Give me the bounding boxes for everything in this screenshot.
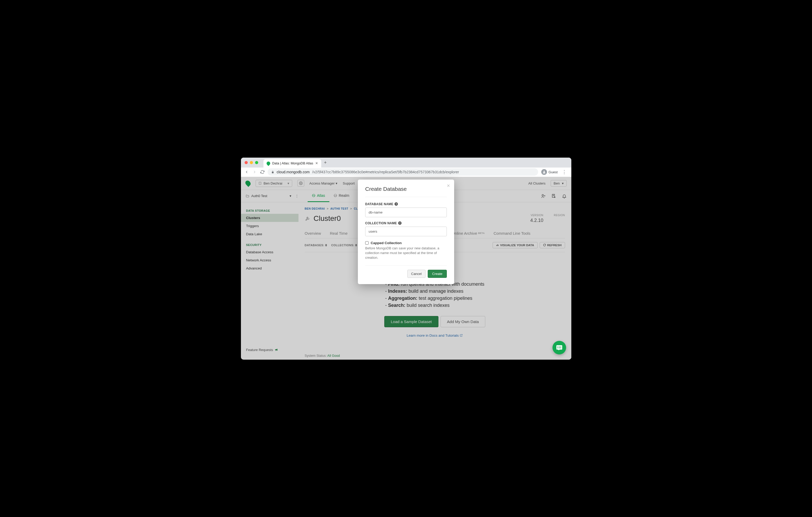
collection-name-input[interactable] — [365, 226, 447, 236]
svg-rect-0 — [272, 172, 273, 173]
forward-button[interactable] — [253, 170, 257, 174]
collection-name-label: COLLECTION NAME ? — [365, 221, 447, 225]
create-button[interactable]: Create — [428, 270, 447, 278]
modal-help-text: Before MongoDB can save your new databas… — [365, 246, 447, 260]
browser-toolbar: cloud.mongodb.com/v2/5f437cc7b89c3755086… — [241, 168, 571, 177]
url-path: /v2/5f437cc7b89c3755086e3c0e#metrics/rep… — [312, 170, 459, 174]
lock-icon — [271, 171, 274, 174]
tab-title: Data | Atlas: MongoDB Atlas — [272, 161, 313, 165]
browser-menu-button[interactable]: ⋮ — [561, 169, 568, 175]
chat-icon — [556, 344, 563, 351]
help-icon[interactable]: ? — [395, 202, 398, 206]
tabs-container: Data | Atlas: MongoDB Atlas ✕ + — [263, 158, 327, 168]
cancel-button[interactable]: Cancel — [407, 270, 426, 278]
new-tab-button[interactable]: + — [324, 160, 327, 165]
url-host: cloud.mongodb.com — [277, 170, 310, 174]
modal-title: Create Database — [365, 186, 447, 197]
modal-close-button[interactable]: × — [447, 183, 450, 189]
address-input[interactable]: cloud.mongodb.com/v2/5f437cc7b89c3755086… — [268, 168, 538, 176]
svg-point-1 — [543, 171, 545, 172]
mongodb-favicon-icon — [266, 161, 271, 166]
close-window-button[interactable] — [244, 161, 248, 164]
profile-avatar-icon — [541, 169, 547, 175]
create-database-modal: × Create Database DATABASE NAME ? COLLEC… — [358, 180, 454, 284]
profile-button[interactable]: Guest — [541, 169, 558, 175]
modal-footer: Cancel Create — [365, 265, 447, 278]
reload-button[interactable] — [260, 170, 264, 174]
back-button[interactable] — [244, 170, 249, 174]
app-container: Ben Dechrai ▾ Access Manager ▾ Support B… — [241, 177, 571, 360]
browser-window: Data | Atlas: MongoDB Atlas ✕ + cloud.mo… — [241, 158, 571, 360]
db-name-label: DATABASE NAME ? — [365, 202, 447, 206]
browser-tab[interactable]: Data | Atlas: MongoDB Atlas ✕ — [263, 159, 321, 168]
close-tab-icon[interactable]: ✕ — [315, 161, 318, 165]
traffic-lights — [244, 161, 258, 164]
nav-buttons — [244, 170, 264, 174]
browser-tab-bar: Data | Atlas: MongoDB Atlas ✕ + — [241, 158, 571, 168]
help-icon[interactable]: ? — [398, 221, 402, 225]
capped-checkbox-row[interactable]: Capped Collection — [365, 241, 447, 245]
maximize-window-button[interactable] — [255, 161, 258, 164]
minimize-window-button[interactable] — [250, 161, 253, 164]
intercom-chat-button[interactable] — [552, 341, 566, 355]
capped-checkbox[interactable] — [365, 241, 369, 245]
db-name-input[interactable] — [365, 208, 447, 217]
capped-label: Capped Collection — [371, 241, 402, 245]
profile-name: Guest — [549, 170, 558, 174]
